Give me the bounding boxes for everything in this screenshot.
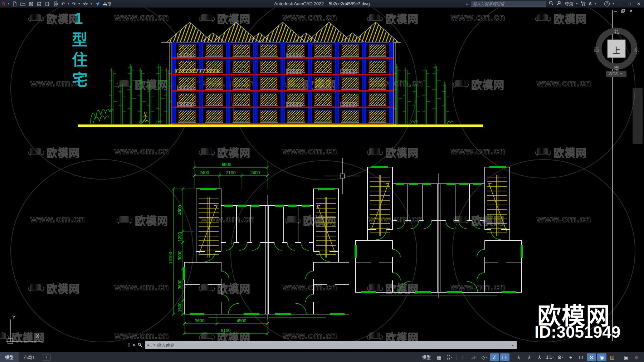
save-as-icon[interactable] — [36, 1, 42, 6]
autocad-menu-button[interactable]: A — [1, 1, 5, 7]
document-window-controls: ─ ✕ — [614, 9, 633, 14]
grid-display-button[interactable]: ▦ — [434, 353, 444, 361]
open-from-web-icon[interactable] — [45, 1, 50, 6]
undo-caret-icon[interactable]: ▾ — [68, 2, 69, 5]
ucs-x-label: X — [36, 333, 39, 339]
watermark-url: www.om.cn — [114, 330, 169, 341]
dimensions: 6900 2400 2100 2400 14100 4800 1200 3000… — [168, 161, 269, 335]
command-close-icon[interactable]: ✕ — [132, 343, 136, 348]
render-teapot-icon[interactable] — [82, 1, 88, 6]
maximize-button[interactable]: □ — [626, 1, 633, 6]
qat-customize-caret-icon[interactable]: ▾ — [91, 2, 92, 5]
viewcube-east-label[interactable]: 东 — [634, 46, 639, 53]
viewcube-south-label[interactable]: 南 — [614, 64, 619, 72]
command-bar: ⣿ ✕ ▸_ ▾ 键入命令 ▲ — [127, 341, 517, 349]
dim-bottom-total: 8100 — [221, 328, 231, 333]
nav-wheel-icon[interactable] — [634, 92, 641, 98]
doc-restore-button[interactable] — [621, 9, 625, 14]
wcs-caret-icon[interactable]: ▾ — [620, 72, 622, 75]
viewcube-north-label[interactable]: 北 — [614, 27, 619, 34]
new-file-icon[interactable] — [12, 1, 18, 6]
dim-top-seg3: 2400 — [250, 170, 260, 175]
watermark-url: www.om.cn — [451, 146, 506, 157]
help-caret-icon[interactable]: ▾ — [613, 2, 614, 5]
open-folder-icon[interactable] — [20, 1, 26, 6]
redo-caret-icon[interactable]: ▾ — [78, 2, 80, 5]
clean-screen-button[interactable]: ▣ — [621, 353, 631, 361]
viewcube[interactable]: 北 西 东 南 上 WCS ▾ — [590, 21, 643, 82]
command-bar-handle[interactable]: ⣿ ✕ — [127, 343, 145, 348]
viewcube-west-label[interactable]: 西 — [594, 46, 599, 53]
add-layout-button[interactable]: + — [42, 354, 51, 361]
cart-icon[interactable] — [580, 1, 586, 7]
search-input[interactable] — [471, 1, 546, 7]
apps-caret-icon[interactable]: ▾ — [595, 2, 596, 5]
customize-wrench-icon[interactable] — [138, 343, 143, 348]
undo-icon[interactable]: ↶ — [61, 1, 65, 7]
status-toggles: 模型 ▦ ⣿▾ ∟ ⊿▾ ◇▾ ∠ □▾ ⅄ ⅄ ⅄ 1:1▾ ⚙▾ + ⊡ ⊘… — [420, 353, 644, 361]
polar-tracking-button[interactable]: ⊿▾ — [469, 353, 478, 361]
ucs-icon: Y X — [3, 314, 49, 347]
share-plane-icon[interactable] — [94, 1, 100, 6]
print-icon[interactable] — [53, 1, 59, 6]
redo-icon[interactable]: ↷ — [72, 1, 76, 7]
nav-caret-icon[interactable]: ▾ — [637, 103, 638, 106]
isodraft-button[interactable]: ◇▾ — [479, 353, 489, 361]
dim-left-seg2: 1200 — [177, 232, 182, 241]
command-caret-icon[interactable]: ▾ — [153, 343, 155, 347]
quick-properties-button[interactable]: ⊡ — [576, 353, 586, 361]
doc-minimize-button[interactable]: ─ — [614, 9, 617, 14]
wcs-label[interactable]: WCS — [609, 72, 618, 76]
annotation-visibility-button[interactable]: ⅄ — [514, 353, 523, 361]
menu-caret-icon[interactable]: ▾ — [8, 2, 9, 5]
media-monitor-button[interactable]: ▨ — [608, 353, 617, 361]
workspace-switching-button[interactable]: ⚙▾ — [556, 353, 565, 361]
building-elevation — [75, 17, 487, 129]
minimize-button[interactable]: ─ — [617, 1, 623, 6]
document-name: 5b2cc2d4589c7.dwg — [329, 1, 370, 6]
doc-close-button[interactable]: ✕ — [629, 9, 633, 14]
save-icon[interactable] — [28, 1, 34, 6]
search-icon[interactable] — [549, 1, 554, 7]
watermark-logo: 欧模网 — [535, 10, 587, 26]
share-label[interactable]: 共享 — [103, 1, 111, 7]
watermark-url: www.om.cn — [283, 146, 337, 157]
login-caret-icon[interactable]: ▾ — [576, 2, 577, 5]
dim-top-seg1: 2400 — [200, 170, 209, 175]
command-expand-icon[interactable]: ▲ — [511, 343, 514, 347]
watermark-logo: 欧模网 — [535, 144, 587, 160]
ortho-mode-button[interactable]: ∟ — [459, 353, 468, 361]
object-snap-button[interactable]: □▾ — [500, 353, 509, 361]
site-brand-id: ID:3051949 — [535, 322, 620, 342]
search-hint-arrow-icon[interactable]: ▸ — [467, 2, 468, 6]
help-icon[interactable]: ? — [604, 1, 610, 6]
awning — [175, 69, 218, 73]
user-icon[interactable] — [557, 1, 562, 7]
zoom-icon[interactable] — [634, 122, 641, 129]
dim-left-seg5: 1500 — [177, 302, 182, 312]
dim-left-seg4: 3600 — [177, 279, 182, 289]
snap-mode-button[interactable]: ⣿▾ — [445, 353, 454, 361]
tab-layout1[interactable]: 布局1 — [19, 352, 40, 362]
login-label[interactable]: 登录 — [565, 1, 573, 7]
annotation-scale-button[interactable]: 1:1▾ — [545, 353, 555, 361]
model-space-button[interactable]: 模型 — [420, 353, 433, 361]
autodesk-apps-icon[interactable]: A — [589, 1, 592, 6]
customize-button[interactable]: ≡ — [632, 353, 641, 361]
status-bar: 模型 布局1 + 模型 ▦ ⣿▾ ∟ ⊿▾ ◇▾ ∠ □▾ ⅄ ⅄ ⅄ 1:1▾… — [0, 352, 644, 362]
annotation-scale-icon[interactable]: ⅄ — [535, 353, 544, 361]
annotation-autoscale-button[interactable]: ⅄ — [525, 353, 534, 361]
command-input[interactable]: ▸_ ▾ 键入命令 ▲ — [145, 341, 517, 349]
tab-model[interactable]: 模型 — [0, 352, 19, 362]
isolate-objects-button[interactable]: ⊘ — [587, 353, 596, 361]
pan-hand-icon[interactable] — [634, 111, 641, 117]
object-snap-tracking-button[interactable]: ∠ — [490, 353, 499, 361]
close-button[interactable]: ✕ — [635, 1, 642, 6]
orbit-icon[interactable] — [634, 134, 641, 140]
annotation-monitor-button[interactable]: + — [566, 353, 575, 361]
graphics-performance-button[interactable]: ◉ — [597, 353, 606, 361]
grip-dots-icon[interactable]: ⣿ — [128, 343, 130, 347]
drawing-canvas[interactable]: 欧模网 www.om.cn 欧模网 www.om.cn 欧模网 www.om.c… — [0, 8, 644, 352]
viewcube-top-label[interactable]: 上 — [613, 44, 620, 55]
command-prompt-icon[interactable]: ▸_ — [147, 343, 152, 347]
